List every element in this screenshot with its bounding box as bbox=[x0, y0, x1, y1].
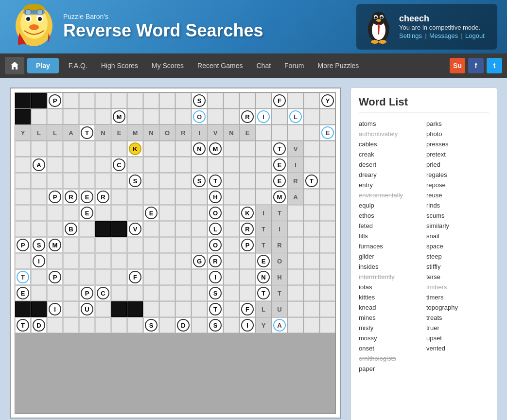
grid-cell[interactable] bbox=[111, 189, 127, 205]
grid-cell[interactable] bbox=[224, 109, 239, 124]
grid-cell[interactable]: N bbox=[95, 125, 111, 140]
grid-cell[interactable]: C bbox=[111, 157, 127, 173]
grid-cell[interactable]: A bbox=[31, 157, 47, 173]
grid-cell[interactable] bbox=[240, 141, 255, 157]
grid-cell[interactable] bbox=[304, 317, 319, 333]
grid-cell[interactable] bbox=[224, 189, 239, 205]
grid-cell[interactable] bbox=[320, 269, 335, 285]
grid-cell[interactable] bbox=[304, 125, 319, 140]
grid-cell[interactable] bbox=[192, 317, 207, 333]
grid-cell[interactable] bbox=[15, 301, 31, 317]
home-button[interactable] bbox=[5, 57, 24, 74]
stumbleupon-button[interactable]: Su bbox=[450, 58, 465, 73]
grid-cell[interactable] bbox=[95, 237, 111, 253]
grid-cell[interactable]: P bbox=[15, 237, 31, 253]
word-grid[interactable]: PSFYMORILYLLATNEMNORIVNEEKNMTVACEISSTERT… bbox=[15, 92, 336, 414]
play-button[interactable]: Play bbox=[27, 58, 59, 73]
grid-cell[interactable]: O bbox=[208, 205, 223, 221]
grid-cell[interactable] bbox=[63, 173, 79, 189]
grid-cell[interactable] bbox=[192, 285, 207, 301]
grid-cell[interactable] bbox=[79, 173, 95, 189]
grid-cell[interactable] bbox=[208, 93, 223, 108]
grid-cell[interactable]: N bbox=[143, 125, 159, 140]
grid-cell[interactable]: E bbox=[79, 189, 95, 205]
grid-cell[interactable]: M bbox=[47, 237, 63, 253]
grid-cell[interactable] bbox=[127, 317, 143, 333]
grid-cell[interactable] bbox=[240, 189, 255, 205]
grid-cell[interactable] bbox=[95, 205, 111, 221]
grid-cell[interactable] bbox=[240, 157, 255, 173]
grid-cell[interactable] bbox=[111, 141, 127, 157]
grid-cell[interactable] bbox=[79, 109, 95, 124]
grid-cell[interactable]: R bbox=[272, 237, 287, 253]
grid-cell[interactable] bbox=[175, 269, 191, 285]
grid-cell[interactable] bbox=[240, 93, 255, 108]
grid-cell[interactable] bbox=[256, 93, 271, 108]
grid-cell[interactable] bbox=[175, 173, 191, 189]
grid-cell[interactable]: P bbox=[47, 269, 63, 285]
grid-cell[interactable] bbox=[31, 141, 47, 157]
grid-cell[interactable] bbox=[79, 141, 95, 157]
grid-cell[interactable] bbox=[15, 221, 31, 237]
grid-cell[interactable] bbox=[175, 205, 191, 221]
grid-cell[interactable] bbox=[143, 301, 159, 317]
grid-cell[interactable]: F bbox=[272, 93, 287, 108]
grid-cell[interactable] bbox=[143, 189, 159, 205]
grid-cell[interactable] bbox=[288, 125, 303, 140]
grid-cell[interactable] bbox=[15, 173, 31, 189]
grid-cell[interactable] bbox=[143, 221, 159, 237]
grid-cell[interactable] bbox=[95, 221, 111, 237]
grid-cell[interactable] bbox=[63, 205, 79, 221]
grid-cell[interactable] bbox=[288, 93, 303, 108]
grid-cell[interactable] bbox=[224, 173, 239, 189]
grid-cell[interactable]: T bbox=[208, 301, 223, 317]
grid-cell[interactable] bbox=[240, 269, 255, 285]
grid-cell[interactable] bbox=[111, 301, 127, 317]
grid-cell[interactable] bbox=[127, 93, 143, 108]
grid-cell[interactable] bbox=[224, 269, 239, 285]
grid-cell[interactable] bbox=[95, 173, 111, 189]
grid-cell[interactable] bbox=[192, 221, 207, 237]
grid-cell[interactable] bbox=[111, 221, 127, 237]
grid-cell[interactable] bbox=[31, 221, 47, 237]
facebook-button[interactable]: f bbox=[468, 58, 484, 73]
grid-cell[interactable] bbox=[240, 253, 255, 269]
grid-cell[interactable] bbox=[175, 221, 191, 237]
grid-cell[interactable] bbox=[63, 109, 79, 124]
grid-cell[interactable] bbox=[288, 221, 303, 237]
grid-cell[interactable] bbox=[304, 221, 319, 237]
grid-cell[interactable]: M bbox=[127, 125, 143, 140]
grid-cell[interactable] bbox=[143, 237, 159, 253]
grid-cell[interactable]: L bbox=[31, 125, 47, 140]
grid-cell[interactable] bbox=[31, 109, 47, 124]
recent-games-link[interactable]: Recent Games bbox=[191, 53, 249, 78]
grid-cell[interactable] bbox=[159, 253, 175, 269]
high-scores-link[interactable]: High Scores bbox=[94, 53, 145, 78]
grid-cell[interactable] bbox=[63, 301, 79, 317]
grid-cell[interactable] bbox=[63, 237, 79, 253]
grid-cell[interactable]: S bbox=[192, 173, 207, 189]
grid-cell[interactable]: T bbox=[15, 317, 31, 333]
grid-cell[interactable]: L bbox=[256, 301, 271, 317]
grid-cell[interactable] bbox=[15, 109, 31, 124]
grid-cell[interactable] bbox=[159, 93, 175, 108]
grid-cell[interactable] bbox=[240, 285, 255, 301]
grid-cell[interactable] bbox=[256, 173, 271, 189]
grid-cell[interactable] bbox=[63, 253, 79, 269]
grid-cell[interactable]: T bbox=[256, 285, 271, 301]
grid-cell[interactable] bbox=[15, 157, 31, 173]
grid-cell[interactable] bbox=[304, 285, 319, 301]
grid-cell[interactable]: E bbox=[272, 157, 287, 173]
grid-cell[interactable]: M bbox=[111, 109, 127, 124]
grid-cell[interactable]: L bbox=[288, 109, 303, 124]
grid-cell[interactable] bbox=[79, 93, 95, 108]
grid-cell[interactable]: R bbox=[208, 253, 223, 269]
grid-cell[interactable]: F bbox=[127, 269, 143, 285]
grid-cell[interactable] bbox=[159, 173, 175, 189]
grid-cell[interactable] bbox=[320, 189, 335, 205]
grid-cell[interactable] bbox=[95, 301, 111, 317]
grid-cell[interactable] bbox=[47, 221, 63, 237]
grid-cell[interactable] bbox=[224, 317, 239, 333]
grid-cell[interactable] bbox=[224, 221, 239, 237]
grid-cell[interactable] bbox=[95, 317, 111, 333]
